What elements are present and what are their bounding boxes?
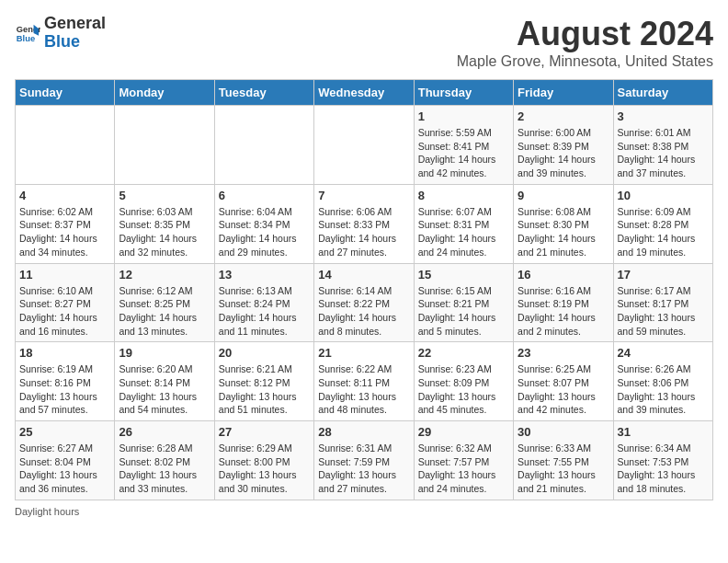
day-info: Sunrise: 6:32 AM Sunset: 7:57 PM Dayligh…	[418, 442, 509, 496]
day-cell: 5Sunrise: 6:03 AM Sunset: 8:35 PM Daylig…	[115, 184, 214, 263]
day-cell: 26Sunrise: 6:28 AM Sunset: 8:02 PM Dayli…	[115, 421, 214, 500]
day-number: 25	[19, 425, 110, 439]
day-cell	[314, 106, 414, 185]
logo-icon: General Blue	[15, 20, 40, 46]
day-number: 23	[518, 346, 609, 360]
day-number: 22	[418, 346, 509, 360]
day-cell: 24Sunrise: 6:26 AM Sunset: 8:06 PM Dayli…	[613, 342, 712, 421]
header-wednesday: Wednesday	[314, 80, 414, 106]
day-cell: 25Sunrise: 6:27 AM Sunset: 8:04 PM Dayli…	[16, 421, 115, 500]
day-cell: 27Sunrise: 6:29 AM Sunset: 8:00 PM Dayli…	[214, 421, 313, 500]
calendar-body: 1Sunrise: 5:59 AM Sunset: 8:41 PM Daylig…	[16, 106, 713, 500]
day-info: Sunrise: 5:59 AM Sunset: 8:41 PM Dayligh…	[418, 126, 509, 180]
day-info: Sunrise: 6:07 AM Sunset: 8:31 PM Dayligh…	[418, 205, 509, 259]
day-number: 24	[618, 346, 709, 360]
day-cell	[115, 106, 214, 185]
week-row-4: 25Sunrise: 6:27 AM Sunset: 8:04 PM Dayli…	[16, 421, 713, 500]
day-info: Sunrise: 6:00 AM Sunset: 8:39 PM Dayligh…	[518, 126, 609, 180]
day-number: 31	[618, 425, 709, 439]
day-number: 30	[518, 425, 609, 439]
header-friday: Friday	[514, 80, 613, 106]
logo: General Blue General Blue	[15, 15, 106, 52]
day-cell: 6Sunrise: 6:04 AM Sunset: 8:34 PM Daylig…	[214, 184, 313, 263]
day-number: 1	[418, 109, 509, 123]
day-number: 6	[219, 189, 310, 202]
day-info: Sunrise: 6:03 AM Sunset: 8:35 PM Dayligh…	[119, 205, 210, 259]
day-number: 10	[618, 189, 709, 202]
header-saturday: Saturday	[613, 80, 712, 106]
day-info: Sunrise: 6:15 AM Sunset: 8:21 PM Dayligh…	[418, 284, 509, 339]
day-info: Sunrise: 6:34 AM Sunset: 7:53 PM Dayligh…	[618, 442, 709, 496]
day-cell: 12Sunrise: 6:12 AM Sunset: 8:25 PM Dayli…	[115, 263, 214, 342]
day-cell: 4Sunrise: 6:02 AM Sunset: 8:37 PM Daylig…	[16, 184, 115, 263]
logo-general: General	[44, 15, 106, 33]
day-info: Sunrise: 6:26 AM Sunset: 8:06 PM Dayligh…	[618, 362, 709, 417]
day-cell: 15Sunrise: 6:15 AM Sunset: 8:21 PM Dayli…	[414, 263, 513, 342]
day-number: 27	[219, 425, 310, 439]
day-info: Sunrise: 6:21 AM Sunset: 8:12 PM Dayligh…	[219, 362, 310, 417]
day-info: Sunrise: 6:06 AM Sunset: 8:33 PM Dayligh…	[318, 205, 409, 259]
week-row-2: 11Sunrise: 6:10 AM Sunset: 8:27 PM Dayli…	[16, 263, 713, 342]
day-info: Sunrise: 6:27 AM Sunset: 8:04 PM Dayligh…	[19, 442, 110, 496]
day-cell: 2Sunrise: 6:00 AM Sunset: 8:39 PM Daylig…	[514, 106, 613, 185]
day-info: Sunrise: 6:23 AM Sunset: 8:09 PM Dayligh…	[418, 362, 509, 417]
day-number: 19	[119, 346, 210, 360]
day-cell: 1Sunrise: 5:59 AM Sunset: 8:41 PM Daylig…	[414, 106, 513, 185]
day-info: Sunrise: 6:22 AM Sunset: 8:11 PM Dayligh…	[318, 362, 409, 417]
day-info: Sunrise: 6:16 AM Sunset: 8:19 PM Dayligh…	[518, 284, 609, 339]
day-cell: 17Sunrise: 6:17 AM Sunset: 8:17 PM Dayli…	[613, 263, 712, 342]
page-header: General Blue General Blue August 2024 Ma…	[15, 15, 713, 70]
day-number: 20	[219, 346, 310, 360]
header-sunday: Sunday	[16, 80, 115, 106]
day-cell: 23Sunrise: 6:25 AM Sunset: 8:07 PM Dayli…	[514, 342, 613, 421]
day-number: 15	[418, 268, 509, 282]
subtitle: Maple Grove, Minnesota, United States	[457, 53, 713, 70]
day-info: Sunrise: 6:02 AM Sunset: 8:37 PM Dayligh…	[19, 205, 110, 259]
day-cell: 9Sunrise: 6:08 AM Sunset: 8:30 PM Daylig…	[514, 184, 613, 263]
day-number: 4	[19, 189, 110, 202]
week-row-3: 18Sunrise: 6:19 AM Sunset: 8:16 PM Dayli…	[16, 342, 713, 421]
day-info: Sunrise: 6:33 AM Sunset: 7:55 PM Dayligh…	[518, 442, 609, 496]
day-cell: 21Sunrise: 6:22 AM Sunset: 8:11 PM Dayli…	[314, 342, 414, 421]
day-cell: 22Sunrise: 6:23 AM Sunset: 8:09 PM Dayli…	[414, 342, 513, 421]
day-info: Sunrise: 6:17 AM Sunset: 8:17 PM Dayligh…	[618, 284, 709, 339]
day-info: Sunrise: 6:25 AM Sunset: 8:07 PM Dayligh…	[518, 362, 609, 417]
day-number: 14	[318, 268, 409, 282]
day-cell: 20Sunrise: 6:21 AM Sunset: 8:12 PM Dayli…	[214, 342, 313, 421]
day-number: 2	[518, 109, 609, 123]
day-cell: 10Sunrise: 6:09 AM Sunset: 8:28 PM Dayli…	[613, 184, 712, 263]
day-cell: 3Sunrise: 6:01 AM Sunset: 8:38 PM Daylig…	[613, 106, 712, 185]
day-number: 3	[618, 109, 709, 123]
day-info: Sunrise: 6:31 AM Sunset: 7:59 PM Dayligh…	[318, 442, 409, 496]
day-number: 7	[318, 189, 409, 202]
day-cell	[214, 106, 313, 185]
week-row-0: 1Sunrise: 5:59 AM Sunset: 8:41 PM Daylig…	[16, 106, 713, 185]
day-cell: 11Sunrise: 6:10 AM Sunset: 8:27 PM Dayli…	[16, 263, 115, 342]
calendar: SundayMondayTuesdayWednesdayThursdayFrid…	[15, 79, 713, 500]
header-row: SundayMondayTuesdayWednesdayThursdayFrid…	[16, 80, 713, 106]
header-monday: Monday	[115, 80, 214, 106]
day-number: 16	[518, 268, 609, 282]
day-info: Sunrise: 6:14 AM Sunset: 8:22 PM Dayligh…	[318, 284, 409, 339]
day-cell	[16, 106, 115, 185]
day-info: Sunrise: 6:04 AM Sunset: 8:34 PM Dayligh…	[219, 205, 310, 259]
day-number: 13	[219, 268, 310, 282]
day-info: Sunrise: 6:29 AM Sunset: 8:00 PM Dayligh…	[219, 442, 310, 496]
title-area: August 2024 Maple Grove, Minnesota, Unit…	[457, 15, 713, 70]
day-info: Sunrise: 6:09 AM Sunset: 8:28 PM Dayligh…	[618, 205, 709, 259]
day-info: Sunrise: 6:19 AM Sunset: 8:16 PM Dayligh…	[19, 362, 110, 417]
day-number: 26	[119, 425, 210, 439]
day-number: 18	[19, 346, 110, 360]
day-cell: 18Sunrise: 6:19 AM Sunset: 8:16 PM Dayli…	[16, 342, 115, 421]
day-number: 8	[418, 189, 509, 202]
day-number: 21	[318, 346, 409, 360]
day-number: 17	[618, 268, 709, 282]
week-row-1: 4Sunrise: 6:02 AM Sunset: 8:37 PM Daylig…	[16, 184, 713, 263]
day-info: Sunrise: 6:13 AM Sunset: 8:24 PM Dayligh…	[219, 284, 310, 339]
header-thursday: Thursday	[414, 80, 513, 106]
day-cell: 16Sunrise: 6:16 AM Sunset: 8:19 PM Dayli…	[514, 263, 613, 342]
main-title: August 2024	[457, 15, 713, 53]
day-info: Sunrise: 6:08 AM Sunset: 8:30 PM Dayligh…	[518, 205, 609, 259]
day-cell: 14Sunrise: 6:14 AM Sunset: 8:22 PM Dayli…	[314, 263, 414, 342]
day-cell: 30Sunrise: 6:33 AM Sunset: 7:55 PM Dayli…	[514, 421, 613, 500]
